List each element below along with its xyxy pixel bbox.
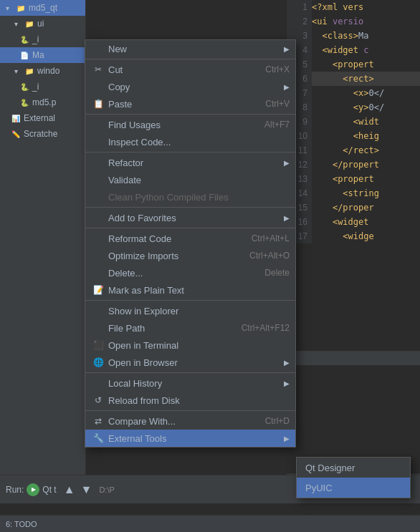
menu-item-open-browser[interactable]: 🌐 Open in Browser ▶ bbox=[85, 354, 295, 371]
menu-label-cut: Cut bbox=[108, 64, 251, 75]
external-tools-icon: 🔧 bbox=[91, 433, 105, 443]
separator-6 bbox=[85, 300, 295, 301]
scroll-up-button[interactable]: ▲ bbox=[62, 482, 77, 498]
menu-label-external-tools: External Tools bbox=[108, 433, 281, 444]
menu-label-inspect: Inspect Code... bbox=[108, 137, 290, 147]
qt-designer-label: Qt Designer bbox=[305, 463, 355, 473]
sidebar-item-md5p[interactable]: 🐍 md5.p bbox=[0, 95, 85, 110]
sidebar-item-ma[interactable]: 📄 Ma bbox=[0, 47, 85, 63]
status-bar: 6: TODO bbox=[0, 515, 420, 532]
menu-item-file-path[interactable]: File Path Ctrl+Alt+F12 bbox=[85, 319, 295, 337]
menu-label-reload: Reload from Disk bbox=[108, 395, 290, 406]
optimize-shortcut: Ctrl+Alt+O bbox=[249, 251, 290, 261]
reformat-shortcut: Ctrl+Alt+L bbox=[252, 233, 290, 243]
sidebar-item-windo[interactable]: ▾ 📁 windo bbox=[0, 63, 85, 79]
menu-item-find-usages[interactable]: Find Usages Alt+F7 bbox=[85, 116, 295, 133]
scroll-down-button[interactable]: ▼ bbox=[80, 482, 94, 498]
browser-icon: 🌐 bbox=[91, 357, 105, 367]
menu-item-optimize[interactable]: Optimize Imports Ctrl+Alt+O bbox=[85, 247, 295, 264]
run-name: Qt t bbox=[42, 485, 56, 495]
run-path: D:\P bbox=[99, 485, 114, 494]
menu-label-open-terminal: Open in Terminal bbox=[108, 340, 290, 351]
sidebar-item-external[interactable]: 📊 External bbox=[0, 110, 85, 126]
menu-label-clean: Clean Python Compiled Files bbox=[108, 192, 290, 203]
menu-item-reformat[interactable]: Reformat Code Ctrl+Alt+L bbox=[85, 230, 295, 247]
menu-item-reload-disk[interactable]: ↺ Reload from Disk bbox=[85, 392, 295, 409]
filepath-shortcut: Ctrl+Alt+F12 bbox=[242, 323, 290, 333]
menu-label-filepath: File Path bbox=[108, 323, 227, 334]
sidebar-item-scratche[interactable]: ✏️ Scratche bbox=[0, 126, 85, 142]
menu-item-mark-plain[interactable]: 📝 Mark as Plain Text bbox=[85, 281, 295, 299]
cut-icon: ✂ bbox=[91, 64, 105, 74]
menu-label-delete: Delete... bbox=[108, 268, 250, 279]
separator-8 bbox=[85, 410, 295, 411]
menu-label-copy: Copy bbox=[108, 82, 281, 92]
menu-label-show-explorer: Show in Explorer bbox=[108, 306, 290, 316]
sidebar-label-i2: _i bbox=[32, 82, 39, 92]
menu-label-optimize: Optimize Imports bbox=[108, 251, 235, 261]
folder-open-icon: 📁 bbox=[15, 2, 27, 14]
menu-item-delete[interactable]: Delete... Delete bbox=[85, 264, 295, 281]
browser-arrow-icon: ▶ bbox=[284, 359, 290, 367]
sidebar-label-ui: ui bbox=[37, 19, 44, 29]
sidebar-label-windo: windo bbox=[37, 66, 59, 76]
external-tools-arrow-icon: ▶ bbox=[284, 435, 290, 442]
sidebar-label-md5p: md5.p bbox=[32, 97, 56, 107]
sidebar-label-scratche: Scratche bbox=[24, 129, 57, 139]
menu-item-show-explorer[interactable]: Show in Explorer bbox=[85, 302, 295, 319]
separator-5 bbox=[85, 228, 295, 228]
separator-7 bbox=[85, 372, 295, 373]
refactor-arrow-icon: ▶ bbox=[284, 159, 290, 167]
menu-item-new[interactable]: New ▶ bbox=[85, 40, 295, 57]
menu-item-local-history[interactable]: Local History ▶ bbox=[85, 374, 295, 392]
submenu-external-tools: Qt Designer PyUIC bbox=[296, 457, 411, 498]
menu-label-favorites: Add to Favorites bbox=[108, 213, 281, 223]
paste-icon: 📋 bbox=[91, 99, 105, 109]
submenu-item-pyuic[interactable]: PyUIC bbox=[297, 478, 410, 498]
menu-item-add-favorites[interactable]: Add to Favorites ▶ bbox=[85, 209, 295, 226]
menu-label-reformat: Reformat Code bbox=[108, 233, 237, 244]
menu-label-compare: Compare With... bbox=[108, 416, 251, 427]
folder-icon: ▾ bbox=[1, 2, 13, 14]
menu-label-mark: Mark as Plain Text bbox=[108, 285, 290, 296]
run-controls: ▲ ▼ bbox=[62, 482, 94, 498]
menu-item-validate[interactable]: Validate bbox=[85, 171, 295, 188]
menu-item-refactor[interactable]: Refactor ▶ bbox=[85, 154, 295, 171]
sidebar-item-md5qt[interactable]: ▾ 📁 md5_qt bbox=[0, 0, 85, 16]
pyuic-label: PyUIC bbox=[305, 483, 333, 493]
sidebar-label-ma: Ma bbox=[32, 50, 44, 60]
menu-label-paste: Paste bbox=[108, 99, 251, 110]
separator-1 bbox=[85, 59, 295, 59]
todo-status: 6: TODO bbox=[6, 520, 37, 528]
sidebar-item-i2[interactable]: 🐍 _i bbox=[0, 79, 85, 95]
separator-2 bbox=[85, 114, 295, 115]
terminal-icon: ⬛ bbox=[91, 340, 105, 350]
menu-item-compare[interactable]: ⇄ Compare With... Ctrl+D bbox=[85, 412, 295, 430]
submenu-item-qt-designer[interactable]: Qt Designer bbox=[297, 458, 410, 478]
ext-lib-icon: 📊 bbox=[10, 112, 22, 124]
sidebar-item-ui[interactable]: ▾ 📁 ui bbox=[0, 16, 85, 32]
menu-item-open-terminal[interactable]: ⬛ Open in Terminal bbox=[85, 337, 295, 354]
menu-label-find-usages: Find Usages bbox=[108, 120, 250, 130]
menu-item-copy[interactable]: Copy ▶ bbox=[85, 78, 295, 95]
sidebar-item-i1[interactable]: 🐍 _i bbox=[0, 32, 85, 47]
menu-item-inspect-code[interactable]: Inspect Code... bbox=[85, 133, 295, 150]
run-button[interactable]: ▶ bbox=[27, 483, 39, 496]
new-arrow-icon: ▶ bbox=[284, 45, 290, 53]
folder-arrow2-icon: ▾ bbox=[10, 65, 22, 77]
file-tree-sidebar: ▾ 📁 md5_qt ▾ 📁 ui 🐍 _i 📄 Ma ▾ 📁 windo 🐍 … bbox=[0, 0, 86, 475]
menu-item-clean-python: Clean Python Compiled Files bbox=[85, 188, 295, 205]
mark-icon: 📝 bbox=[91, 285, 105, 295]
menu-item-paste[interactable]: 📋 Paste Ctrl+V bbox=[85, 95, 295, 112]
menu-item-cut[interactable]: ✂ Cut Ctrl+X bbox=[85, 61, 295, 78]
separator-3 bbox=[85, 152, 295, 153]
favorites-arrow-icon: ▶ bbox=[284, 214, 290, 222]
menu-label-validate: Validate bbox=[108, 175, 290, 185]
compare-icon: ⇄ bbox=[91, 416, 105, 426]
cut-shortcut: Ctrl+X bbox=[265, 64, 290, 74]
menu-item-external-tools[interactable]: 🔧 External Tools ▶ bbox=[85, 430, 295, 447]
code-editor[interactable]: 12345 678910 1112131415 1617 <?xml vers … bbox=[287, 0, 420, 496]
menu-label-local-history: Local History bbox=[108, 378, 281, 389]
menu-label-new: New bbox=[108, 44, 281, 54]
py-file3-icon: 🐍 bbox=[19, 97, 30, 108]
